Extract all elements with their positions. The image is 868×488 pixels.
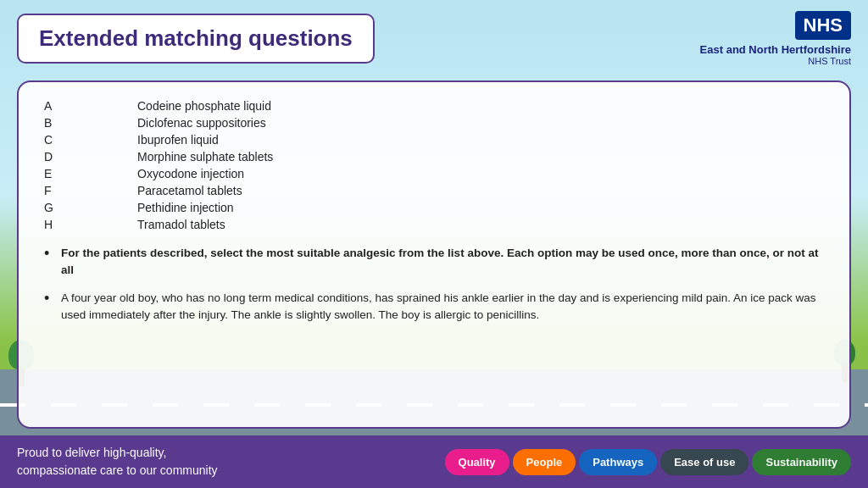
option-letter: E bbox=[44, 167, 137, 180]
instruction-item: •A four year old boy, who has no long te… bbox=[44, 290, 824, 324]
list-item: D Morphine sulphate tablets bbox=[44, 150, 824, 164]
option-letter: F bbox=[44, 184, 137, 197]
main-card: A Codeine phosphate liquid B Diclofenac … bbox=[17, 80, 851, 429]
page-title: Extended matching questions bbox=[39, 25, 353, 52]
option-text: Tramadol tablets bbox=[137, 218, 824, 231]
options-list: A Codeine phosphate liquid B Diclofenac … bbox=[44, 99, 824, 231]
bullet-point: • bbox=[44, 290, 61, 308]
trust-sub: NHS Trust bbox=[700, 56, 851, 66]
option-text: Pethidine injection bbox=[137, 201, 824, 214]
badge-people[interactable]: People bbox=[513, 449, 576, 475]
badge-pathways[interactable]: Pathways bbox=[579, 449, 657, 475]
footer-line2: compassionate care to our community bbox=[17, 462, 218, 480]
option-letter: D bbox=[44, 150, 137, 164]
badge-quality[interactable]: Quality bbox=[445, 449, 509, 475]
list-item: G Pethidine injection bbox=[44, 201, 824, 214]
instruction-text: For the patients described, select the m… bbox=[61, 245, 824, 280]
footer-text: Proud to deliver high-quality, compassio… bbox=[17, 444, 218, 480]
list-item: E Oxycodone injection bbox=[44, 167, 824, 180]
bullet-point: • bbox=[44, 245, 61, 263]
option-text: Paracetamol tablets bbox=[137, 184, 824, 197]
option-letter: B bbox=[44, 116, 137, 130]
header: Extended matching questions NHS East and… bbox=[0, 0, 868, 76]
badge-sustainability[interactable]: Sustainability bbox=[752, 449, 851, 475]
instructions: •For the patients described, select the … bbox=[44, 245, 824, 324]
badge-ease-of-use[interactable]: Ease of use bbox=[660, 449, 748, 475]
instruction-item: •For the patients described, select the … bbox=[44, 245, 824, 280]
list-item: H Tramadol tablets bbox=[44, 218, 824, 231]
option-letter: G bbox=[44, 201, 137, 214]
option-text: Oxycodone injection bbox=[137, 167, 824, 180]
trust-name: East and North Hertfordshire bbox=[700, 43, 851, 56]
option-text: Morphine sulphate tablets bbox=[137, 150, 824, 164]
option-letter: A bbox=[44, 99, 137, 113]
option-text: Ibuprofen liquid bbox=[137, 133, 824, 147]
option-letter: H bbox=[44, 218, 137, 231]
list-item: A Codeine phosphate liquid bbox=[44, 99, 824, 113]
list-item: F Paracetamol tablets bbox=[44, 184, 824, 197]
nhs-badge: NHS bbox=[795, 11, 851, 40]
footer-badges: QualityPeoplePathwaysEase of useSustaina… bbox=[445, 449, 851, 475]
instruction-text: A four year old boy, who has no long ter… bbox=[61, 290, 824, 324]
list-item: C Ibuprofen liquid bbox=[44, 133, 824, 147]
title-box: Extended matching questions bbox=[17, 14, 375, 64]
nhs-logo: NHS East and North Hertfordshire NHS Tru… bbox=[700, 11, 851, 66]
list-item: B Diclofenac suppositories bbox=[44, 116, 824, 130]
footer-line1: Proud to deliver high-quality, bbox=[17, 444, 218, 462]
footer: Proud to deliver high-quality, compassio… bbox=[0, 435, 868, 488]
option-letter: C bbox=[44, 133, 137, 147]
option-text: Codeine phosphate liquid bbox=[137, 99, 824, 113]
option-text: Diclofenac suppositories bbox=[137, 116, 824, 130]
